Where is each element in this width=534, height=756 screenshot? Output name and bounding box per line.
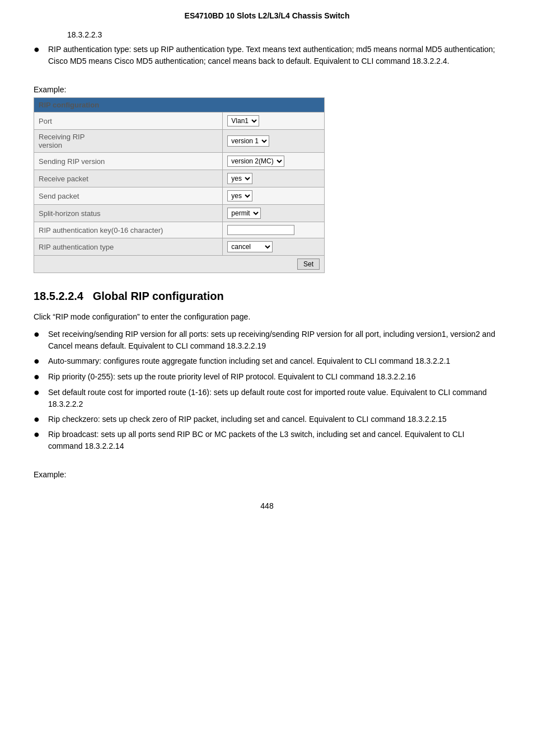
auth-type-label: RIP authentication type	[34, 238, 223, 256]
list-item: ● Set default route cost for imported ro…	[34, 387, 500, 410]
table-row: Receive packet yes no	[34, 170, 325, 187]
table-row: Split-horizon status permit deny	[34, 205, 325, 222]
bullet-icon: ●	[34, 355, 45, 368]
table-row: Receiving RIPversion version 1 version 2…	[34, 130, 325, 153]
sending-rip-control[interactable]: version 1 version 2(MC) cancel	[223, 153, 325, 170]
bullet-icon: ●	[34, 44, 45, 56]
bullet-icon: ●	[34, 414, 45, 426]
list-item: ● Set receiving/sending RIP version for …	[34, 328, 500, 352]
auth-key-control[interactable]	[223, 222, 325, 238]
bullet-icon: ●	[34, 328, 45, 341]
send-packet-select[interactable]: yes no	[227, 190, 252, 201]
auth-key-input[interactable]	[227, 225, 294, 235]
page-header: ES4710BD 10 Slots L2/L3/L4 Chassis Switc…	[34, 11, 500, 20]
set-button-row: Set	[34, 256, 325, 273]
list-item: ● RIP authentication type: sets up RIP a…	[34, 44, 500, 67]
set-button[interactable]: Set	[297, 259, 320, 270]
section-2-bullet-list: ● Set receiving/sending RIP version for …	[34, 328, 500, 452]
list-item: ● Rip priority (0-255): sets up the rout…	[34, 371, 500, 383]
bullet-icon: ●	[34, 371, 45, 383]
bullet-list-1: ● RIP authentication type: sets up RIP a…	[34, 44, 500, 67]
receive-packet-label: Receive packet	[34, 170, 223, 187]
table-title: RIP configuration	[34, 98, 325, 112]
table-row: Port Vlan1	[34, 112, 325, 130]
receive-packet-control[interactable]: yes no	[223, 170, 325, 187]
auth-key-label: RIP authentication key(0-16 character)	[34, 222, 223, 238]
auth-type-control[interactable]: cancel text md5 cisco-md5	[223, 238, 325, 256]
example-label-2: Example:	[34, 470, 500, 479]
split-horizon-control[interactable]: permit deny	[223, 205, 325, 222]
page-number: 448	[34, 501, 500, 510]
table-row: RIP authentication type cancel text md5 …	[34, 238, 325, 256]
list-item: ● Rip checkzero: sets up check zero of R…	[34, 414, 500, 426]
split-horizon-select[interactable]: permit deny	[227, 208, 261, 219]
bullet-icon: ●	[34, 387, 45, 399]
list-item: ● Rip broadcast: sets up all ports send …	[34, 429, 500, 452]
sending-rip-label: Sending RIP version	[34, 153, 223, 170]
section-2-intro: Click “RIP mode configuration” to enter …	[34, 311, 500, 323]
receiving-rip-label: Receiving RIPversion	[34, 130, 223, 153]
sending-rip-select[interactable]: version 1 version 2(MC) cancel	[227, 156, 284, 167]
port-label: Port	[34, 112, 223, 130]
section-heading-2: 18.5.2.2.4 Global RIP configuration	[34, 290, 500, 303]
table-row: RIP authentication key(0-16 character)	[34, 222, 325, 238]
table-row: Sending RIP version version 1 version 2(…	[34, 153, 325, 170]
set-button-cell[interactable]: Set	[34, 256, 325, 273]
section-number-1: 18.3.2.2.3	[67, 30, 500, 39]
rip-config-table: RIP configuration Port Vlan1 Receiving R…	[34, 97, 325, 273]
list-item: ● Auto-summary: configures route aggrega…	[34, 355, 500, 368]
receive-packet-select[interactable]: yes no	[227, 173, 252, 184]
port-control[interactable]: Vlan1	[223, 112, 325, 130]
table-row: Send packet yes no	[34, 187, 325, 205]
auth-type-select[interactable]: cancel text md5 cisco-md5	[227, 241, 273, 252]
port-select[interactable]: Vlan1	[227, 115, 259, 126]
send-packet-label: Send packet	[34, 187, 223, 205]
bullet-icon: ●	[34, 429, 45, 441]
split-horizon-label: Split-horizon status	[34, 205, 223, 222]
send-packet-control[interactable]: yes no	[223, 187, 325, 205]
receiving-rip-select[interactable]: version 1 version 2 cancel	[227, 135, 269, 147]
example-label-1: Example:	[34, 85, 500, 94]
receiving-rip-control[interactable]: version 1 version 2 cancel	[223, 130, 325, 153]
